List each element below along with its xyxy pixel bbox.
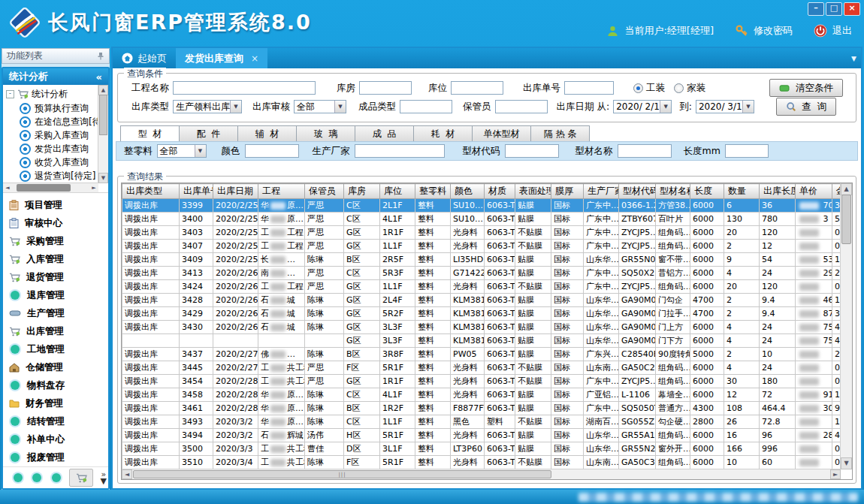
table-row[interactable]: 调拨出库34932020/3/2华原…陈琳C区1L1F整料黑色塑料不贴膜国标湖南… [122,415,841,429]
sidebar-bottom-button[interactable] [50,472,62,484]
column-header[interactable]: 单价 [796,184,832,199]
table-row[interactable]: 调拨出库34032020/2/25工工程严思G区1R1F整料光身料6063-T5… [122,226,841,240]
project-name-input[interactable] [173,81,316,95]
date-to-picker[interactable]: 2020/ 3/16▼ [696,100,754,113]
search-button[interactable]: 查 询 [776,98,836,116]
material-tab[interactable]: 单体型材 [473,125,531,142]
scroll-down-icon[interactable]: ▼ [841,457,852,469]
column-header[interactable]: 生产厂家 [584,184,619,199]
sidebar-item[interactable]: 项目管理 [9,196,108,214]
column-header[interactable]: 长度 [690,184,724,199]
tab-list-dropdown-icon[interactable]: ▼ [851,55,856,62]
scrollbar-thumb[interactable] [99,95,107,135]
profile-name-input[interactable] [618,144,672,158]
column-header[interactable]: 型材名称 [656,184,690,199]
color-input[interactable] [245,144,299,158]
scrollbar-thumb[interactable] [17,184,71,192]
material-tab[interactable]: 玻 璃 [297,125,355,142]
material-tab[interactable]: 成 品 [355,125,414,142]
table-row[interactable]: 调拨出库35102020/3/4工共工程陈琳F区5R1F整料光身料6063-T5… [122,456,841,469]
sidebar-item[interactable]: 工地管理 [9,340,108,358]
table-row[interactable]: 调拨出库34542020/2/28工共工程严思G区1R1F整料光身料6063-T… [122,375,841,388]
logout-link[interactable]: 退出 [832,24,852,38]
column-header[interactable]: 库位 [380,184,415,199]
pin-icon[interactable] [97,52,104,60]
product-type-input[interactable] [400,100,452,113]
column-header[interactable]: 出库类型 [122,184,180,199]
column-header[interactable]: 数量 [724,184,760,199]
tree-item[interactable]: 发货出库查询 [6,142,108,155]
sidebar-bottom-button[interactable] [31,472,43,484]
change-password-link[interactable]: 修改密码 [754,24,793,38]
column-header[interactable]: 工程 [258,184,305,199]
sidebar-item[interactable]: 补单中心 [9,430,108,448]
table-row[interactable]: 调拨出库34372020/2/27佛…陈琳B区3R8F整料PW056063-T5… [122,348,841,361]
material-tab[interactable]: 隔 热 条 [531,125,590,142]
sidebar-item[interactable]: 结转管理 [9,412,108,430]
keeper-input[interactable] [495,100,548,113]
sidebar-item[interactable]: 生产管理 [9,304,108,322]
sidebar-item[interactable]: 退库管理 [9,286,108,304]
tree-item[interactable]: 收货入库查询 [6,155,108,169]
table-row[interactable]: 调拨出库34092020/2/25长…陈琳B区2R5F整料LI35HD6063-… [122,253,841,267]
sidebar-item[interactable]: 仓储管理 [9,358,108,376]
column-header[interactable]: 型材代码 [619,184,656,199]
whole-part-select[interactable]: 全部▼ [157,144,207,158]
tree-item[interactable]: 在途信息查询[待 [6,115,108,128]
column-header[interactable]: 材质 [485,184,515,199]
sidebar-bottom-button[interactable] [12,472,24,484]
table-row[interactable]: 调拨出库34002020/2/25华原…严思C区4L1F整料SU10…6063-… [122,213,841,226]
sidebar-item[interactable]: 出库管理 [9,322,108,340]
section-header[interactable]: 统计分析 « [3,68,108,85]
column-header[interactable]: 出库单号 [180,184,213,199]
column-header[interactable]: 表面处理 [515,184,551,199]
radio-gongzhuang[interactable] [633,83,643,93]
sidebar-item[interactable]: 报废管理 [9,448,108,466]
table-row[interactable]: 调拨出库34942020/3/2石辉城汤伟H区5R1F整料光身料6063-T5贴… [122,429,841,442]
sidebar-item[interactable]: 退货管理 [9,268,108,286]
tree-vertical-scrollbar[interactable]: ▲ ▼ [98,85,108,183]
tree-expander-icon[interactable]: - [6,90,14,98]
date-from-picker[interactable]: 2020/ 2/16▼ [613,100,672,113]
tree-item[interactable]: 退货查询[待定] [6,169,108,183]
tree-item[interactable]: 预算执行查询 [6,101,108,115]
tab-shipping-outbound-query[interactable]: 发货出库查询 × [176,48,267,68]
audit-select[interactable]: 全部▼ [294,100,346,113]
warehouse-input[interactable] [359,81,412,95]
radio-jiazhuang[interactable] [674,83,684,93]
table-row[interactable]: 调拨出库34132020/2/26南…严思C区5R3F整料G714226063-… [122,267,841,280]
sidebar-item[interactable]: 采购管理 [9,232,108,250]
collapse-icon[interactable]: « [96,71,102,83]
scrollbar-thumb[interactable]: ||| [133,470,551,478]
table-row[interactable]: 调拨出库33992020/2/25华原…严思C区2L1F整料SU10…6063-… [122,199,841,213]
table-row[interactable]: 调拨出库35002020/3/3工共工程曹佳D区3L1F整料LT3P606063… [122,442,841,456]
column-header[interactable]: 出库长度 [760,184,796,199]
column-header[interactable]: 库房 [344,184,380,199]
sidebar-item[interactable]: 入库管理 [9,250,108,268]
material-tab[interactable]: 耗 材 [414,125,473,142]
material-tab[interactable]: 型 材 [120,125,180,142]
column-header[interactable]: 膜厚 [551,184,584,199]
minimize-button[interactable]: – [808,2,824,16]
scroll-left-icon[interactable]: ◄ [3,183,12,192]
location-input[interactable] [451,81,503,95]
material-tab[interactable]: 配 件 [180,125,238,142]
table-row[interactable]: 调拨出库34582020/2/28华原…陈琳C区4L1F整料光身料6063-T5… [122,388,841,402]
grid-horizontal-scrollbar[interactable]: ◄ ||| ► [122,469,841,479]
scroll-right-icon[interactable]: ► [830,469,841,479]
tree-root[interactable]: - 统计分析 [6,87,108,101]
overflow-chevron-icon[interactable]: »▼ [101,471,107,484]
material-tab[interactable]: 辅 材 [238,125,297,142]
table-row[interactable]: 调拨出库34072020/2/25工工程严思G区1L1F整料光身料6063-T5… [122,240,841,253]
scroll-right-icon[interactable]: ► [89,183,98,192]
scroll-down-icon[interactable]: ▼ [98,173,108,183]
column-header[interactable]: 出库日期 [213,184,258,199]
close-button[interactable]: × [844,2,860,16]
maximize-button[interactable]: □ [826,2,842,16]
sidebar-item[interactable]: 财务管理 [9,394,108,412]
table-row[interactable]: 调拨出库34282020/2/26石城陈琳G区2L4F整料KLM38176063… [122,294,841,307]
table-row[interactable]: 调拨出库34292020/2/26石城陈琳G区5R2F整料KLM38176063… [122,307,841,321]
scroll-up-icon[interactable]: ▲ [98,85,108,95]
table-row[interactable]: 调拨出库34302020/2/26石城陈琳G区3L3F整料KLM38176063… [122,321,841,334]
scrollbar-thumb[interactable] [841,195,851,244]
